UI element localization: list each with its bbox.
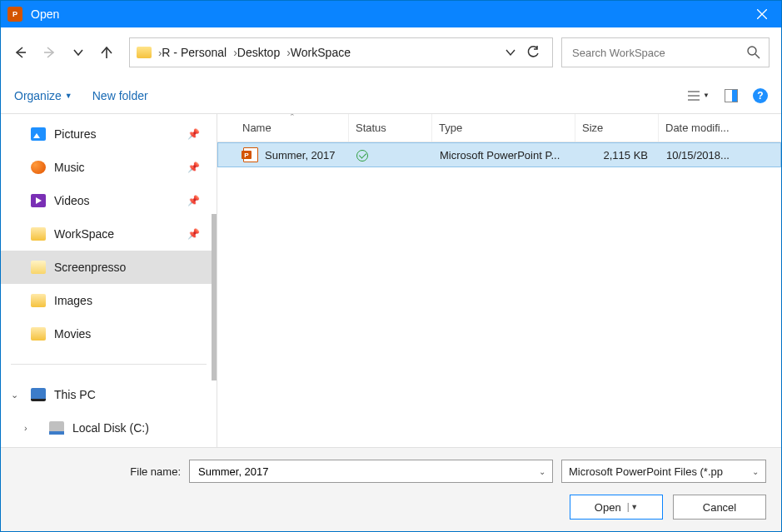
open-button[interactable]: Open│▼ — [570, 495, 663, 520]
preview-pane-button[interactable] — [725, 89, 738, 102]
back-button[interactable] — [12, 45, 27, 60]
preview-icon — [725, 89, 738, 102]
crumb-desktop[interactable]: Desktop› — [237, 46, 291, 59]
column-header-name[interactable]: ⌃Name — [217, 114, 349, 142]
caret-down-icon: ▼ — [65, 92, 72, 100]
powerpoint-file-icon — [243, 147, 258, 162]
filter-label: Microsoft PowerPoint Files (*.pp — [569, 465, 752, 478]
chevron-down-icon[interactable]: ⌄ — [11, 390, 18, 400]
crumb-label: WorkSpace — [291, 46, 351, 59]
close-button[interactable] — [743, 1, 781, 27]
recent-locations-button[interactable] — [72, 47, 84, 58]
split-caret-icon[interactable]: │▼ — [626, 503, 639, 511]
sidebar-item-label: Images — [54, 294, 92, 307]
sidebar-item-label: WorkSpace — [54, 227, 114, 241]
arrow-right-icon — [42, 45, 57, 60]
app-icon: P — [7, 7, 22, 22]
pin-icon: 📌 — [187, 228, 200, 240]
caret-down-icon: ▼ — [703, 92, 710, 99]
sidebar-item-pictures[interactable]: Pictures📌 — [1, 117, 217, 151]
forward-button[interactable] — [42, 45, 57, 60]
filename-label: File name: — [16, 465, 181, 478]
list-view-icon — [688, 90, 701, 102]
file-list-pane: ⌃Name Status Type Size Date modifi... Su… — [217, 114, 781, 447]
chevron-down-icon — [506, 47, 516, 57]
chevron-down-icon[interactable]: ⌄ — [539, 467, 545, 476]
column-header-type[interactable]: Type — [432, 114, 575, 142]
sidebar-item-images[interactable]: Images — [1, 284, 217, 317]
chevron-down-icon — [72, 47, 84, 58]
sort-asc-icon: ⌃ — [289, 114, 296, 121]
address-bar[interactable]: › R - Personal› Desktop› WorkSpace — [129, 37, 553, 67]
file-size: 2,115 KB — [576, 149, 660, 162]
file-row[interactable]: Summer, 2017 Microsoft PowerPoint P... 2… — [217, 142, 781, 167]
folder-icon — [31, 294, 46, 307]
crumb-workspace[interactable]: WorkSpace — [291, 46, 351, 59]
folder-icon — [137, 47, 152, 58]
file-type: Microsoft PowerPoint P... — [433, 149, 576, 162]
sync-ok-icon — [356, 150, 368, 162]
svg-line-6 — [755, 54, 760, 58]
navigation-bar: › R - Personal› Desktop› WorkSpace — [1, 27, 781, 77]
crumb-r-personal[interactable]: R - Personal› — [162, 46, 237, 59]
sidebar-item-label: Local Disk (C:) — [72, 421, 149, 435]
navigation-pane[interactable]: Pictures📌 Music📌 Videos📌 WorkSpace📌 Scre… — [1, 114, 217, 447]
pin-icon: 📌 — [187, 195, 200, 206]
organize-menu[interactable]: Organize ▼ — [14, 89, 72, 102]
open-dialog-window: P Open › R - Personal› Desktop› WorkSpac… — [0, 0, 782, 532]
sidebar-item-label: Screenpresso — [54, 261, 126, 274]
folder-icon — [31, 227, 46, 241]
pictures-icon — [31, 127, 46, 141]
pin-icon: 📌 — [187, 162, 200, 173]
column-header-date[interactable]: Date modifi... — [659, 114, 781, 142]
sidebar-item-label: Movies — [54, 327, 91, 341]
search-box[interactable] — [561, 37, 770, 67]
filename-combobox[interactable]: ⌄ — [189, 460, 553, 483]
column-header-size[interactable]: Size — [575, 114, 659, 142]
address-dropdown[interactable] — [501, 47, 521, 57]
svg-point-5 — [748, 47, 756, 55]
search-input[interactable] — [570, 46, 747, 60]
sidebar-item-workspace[interactable]: WorkSpace📌 — [1, 217, 217, 251]
dialog-title: Open — [31, 7, 743, 21]
sidebar-item-movies[interactable]: Movies — [1, 317, 217, 351]
sidebar-item-label: This PC — [54, 388, 96, 401]
view-options-button[interactable]: ▼ — [688, 90, 710, 102]
nav-arrows — [12, 45, 121, 60]
up-button[interactable] — [99, 45, 114, 60]
videos-icon — [31, 194, 46, 207]
file-list-header: ⌃Name Status Type Size Date modifi... — [217, 114, 781, 142]
arrow-left-icon — [12, 45, 27, 60]
sidebar-item-this-pc[interactable]: ⌄This PC — [1, 378, 217, 411]
scrollbar-thumb[interactable] — [212, 214, 217, 380]
sidebar-item-music[interactable]: Music📌 — [1, 151, 217, 184]
crumb-label: Desktop — [237, 46, 280, 59]
file-type-filter[interactable]: Microsoft PowerPoint Files (*.pp ⌄ — [561, 460, 766, 483]
sidebar-item-videos[interactable]: Videos📌 — [1, 184, 217, 217]
sidebar-item-label: Videos — [54, 194, 90, 207]
sidebar-divider — [11, 364, 207, 365]
chevron-right-icon[interactable]: › — [24, 423, 27, 433]
dialog-body: Pictures📌 Music📌 Videos📌 WorkSpace📌 Scre… — [1, 114, 781, 447]
close-icon — [757, 9, 767, 19]
crumb-label: R - Personal — [162, 46, 227, 59]
new-folder-button[interactable]: New folder — [92, 89, 148, 102]
this-pc-icon — [31, 388, 46, 401]
chevron-down-icon[interactable]: ⌄ — [752, 467, 759, 476]
column-header-status[interactable]: Status — [349, 114, 432, 142]
sidebar-item-local-disk[interactable]: ›Local Disk (C:) — [1, 411, 217, 445]
toolbar: Organize ▼ New folder ▼ ? — [1, 77, 781, 114]
refresh-button[interactable] — [521, 45, 545, 60]
folder-open-icon — [31, 261, 46, 274]
organize-label: Organize — [14, 89, 62, 102]
sidebar-item-screenpresso[interactable]: Screenpresso — [1, 251, 217, 284]
refresh-icon — [525, 45, 540, 60]
help-button[interactable]: ? — [753, 88, 768, 103]
cancel-button[interactable]: Cancel — [673, 495, 766, 520]
file-name: Summer, 2017 — [265, 149, 336, 162]
search-icon — [747, 46, 760, 59]
filename-input[interactable] — [197, 465, 539, 479]
arrow-up-icon — [99, 45, 114, 60]
music-icon — [31, 161, 46, 174]
titlebar: P Open — [1, 1, 781, 27]
